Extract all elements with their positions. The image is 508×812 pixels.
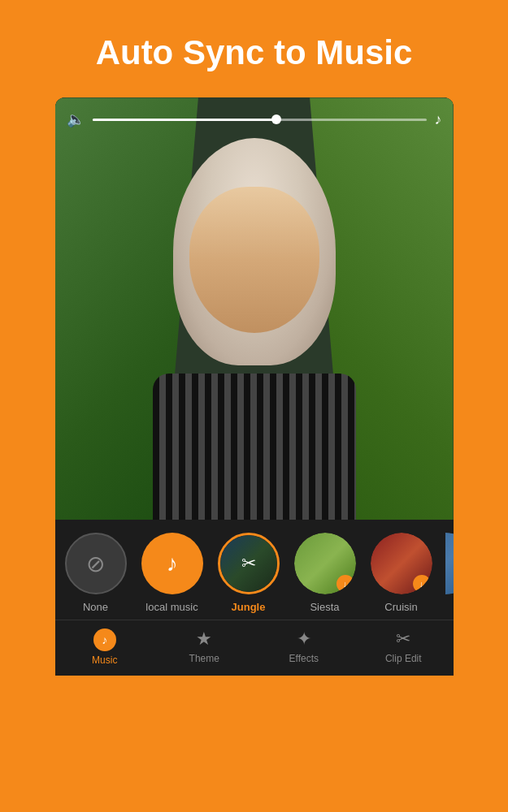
music-nav-label: Music <box>92 654 117 666</box>
music-item-jungle[interactable]: ✂ Jungle <box>216 533 281 613</box>
bottom-nav: ♪ Music ★ Theme ✦ Effects ✂ Clip Edit <box>55 620 454 676</box>
music-nav-icon: ♪ <box>93 628 116 651</box>
local-label: local music <box>145 601 198 613</box>
nav-item-theme[interactable]: ★ Theme <box>154 620 254 676</box>
siesta-download-badge: ↓ <box>336 575 354 593</box>
theme-nav-label: Theme <box>189 653 219 664</box>
jungle-img: ✂ <box>220 535 277 592</box>
effects-nav-icon: ✦ <box>297 628 311 650</box>
none-icon: ⊘ <box>86 551 105 577</box>
siesta-label: Siesta <box>310 601 339 613</box>
nav-item-music[interactable]: ♪ Music <box>55 620 155 676</box>
jungle-scissors-icon: ✂ <box>241 553 256 574</box>
main-title: Auto Sync to Music <box>96 32 413 73</box>
nav-item-clip-edit[interactable]: ✂ Clip Edit <box>354 620 454 676</box>
none-label: None <box>83 601 108 613</box>
cruisin-label: Cruisin <box>384 601 417 613</box>
music-item-siesta[interactable]: ↓ Siesta <box>293 533 358 613</box>
clip-edit-nav-icon: ✂ <box>396 628 410 650</box>
nav-item-effects[interactable]: ✦ Effects <box>254 620 354 676</box>
cruisin-thumb: ↓ <box>371 533 432 594</box>
local-thumb: ♪ <box>141 533 203 594</box>
progress-fill <box>93 119 276 121</box>
person-face <box>189 187 319 333</box>
person-shirt <box>153 374 356 520</box>
music-note-icon: ♪ <box>435 111 442 128</box>
partial-img <box>445 533 454 594</box>
cruisin-download-badge: ↓ <box>413 575 431 593</box>
video-player: 🔈 ♪ ⊘ None <box>55 97 454 676</box>
none-thumb: ⊘ <box>65 533 127 594</box>
music-item-partial[interactable] <box>445 533 454 594</box>
music-panel: ⊘ None ♪ local music ✂ <box>55 520 454 620</box>
video-area[interactable]: 🔈 ♪ <box>55 97 454 520</box>
music-scroll-area: ⊘ None ♪ local music ✂ <box>55 520 454 620</box>
header: Auto Sync to Music <box>0 0 508 97</box>
progress-track[interactable] <box>93 119 427 121</box>
siesta-thumb: ↓ <box>294 533 356 594</box>
volume-icon[interactable]: 🔈 <box>67 110 85 128</box>
partial-thumb <box>445 533 454 594</box>
local-music-icon: ♪ <box>167 551 178 577</box>
playback-bar: 🔈 ♪ <box>55 110 454 128</box>
app-container: 🔈 ♪ ⊘ None <box>0 97 508 676</box>
jungle-thumb: ✂ <box>218 533 280 594</box>
jungle-label: Jungle <box>232 601 266 613</box>
effects-nav-label: Effects <box>289 653 319 664</box>
music-item-local[interactable]: ♪ local music <box>140 533 205 613</box>
theme-nav-icon: ★ <box>196 628 212 650</box>
progress-thumb <box>271 114 281 124</box>
music-item-none[interactable]: ⊘ None <box>63 533 128 613</box>
music-item-cruisin[interactable]: ↓ Cruisin <box>369 533 434 613</box>
clip-edit-nav-label: Clip Edit <box>385 653 422 664</box>
